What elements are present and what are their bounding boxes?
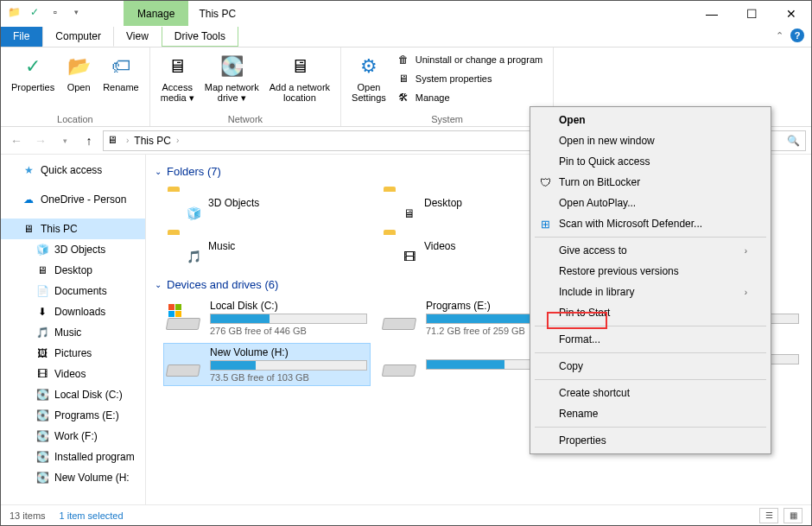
explorer-icon: 📁 [6, 4, 22, 20]
close-button[interactable]: ✕ [771, 1, 811, 27]
nav-item[interactable]: 🖥Desktop [1, 260, 145, 281]
contextual-tab-header: Manage [124, 1, 188, 26]
up-button[interactable]: ↑ [79, 130, 99, 151]
properties-button[interactable]: ✓ Properties [6, 49, 60, 96]
folder-item[interactable]: 🧊3D Objects [163, 183, 353, 223]
add-location-button[interactable]: 🖥 Add a network location [264, 49, 335, 106]
settings-icon: ⚙ [355, 53, 383, 80]
qat-properties-icon[interactable]: ✓ [27, 4, 42, 20]
folders-header-label: Folders (7) [167, 165, 221, 178]
star-icon: ★ [22, 163, 35, 177]
drive-item[interactable]: Local Disk (C:)276 GB free of 446 GB [163, 296, 371, 339]
minimize-button[interactable]: — [692, 1, 732, 27]
drive-icon [167, 304, 201, 332]
open-label: Open [67, 82, 91, 92]
nav-item-label: Music [54, 326, 81, 339]
nav-item-icon: ⬇ [35, 305, 49, 319]
breadcrumb[interactable]: This PC [134, 135, 171, 147]
computer-tab[interactable]: Computer [42, 27, 114, 47]
drive-tools-tab[interactable]: Drive Tools [162, 27, 238, 47]
cm-autoplay[interactable]: Open AutoPlay... [533, 193, 768, 213]
collapse-ribbon-icon[interactable]: ⌃ [776, 30, 783, 41]
nav-item[interactable]: 🖼Pictures [1, 343, 145, 364]
nav-onedrive[interactable]: ☁ OneDrive - Person [1, 189, 145, 210]
cm-bitlocker[interactable]: 🛡Turn on BitLocker [533, 172, 768, 193]
cm-copy[interactable]: Copy [533, 356, 768, 377]
nav-item[interactable]: 💽Local Disk (C:) [1, 384, 145, 405]
nav-item-label: 3D Objects [54, 244, 105, 256]
rename-button[interactable]: 🏷 Rename [98, 49, 144, 96]
maximize-button[interactable]: ☐ [732, 1, 771, 27]
chevron-right-icon: › [745, 246, 747, 256]
folder-item[interactable]: 🎵Music [163, 226, 353, 266]
view-tab[interactable]: View [114, 27, 162, 47]
nav-item-label: Videos [54, 368, 86, 380]
forward-button[interactable]: → [30, 130, 51, 151]
details-view-button[interactable]: ☰ [759, 508, 778, 523]
map-drive-button[interactable]: 💽 Map network drive ▾ [200, 49, 264, 107]
system-group-label: System [346, 114, 548, 126]
cm-format[interactable]: Format... [533, 329, 768, 350]
nav-item[interactable]: 🧊3D Objects [1, 239, 145, 260]
nav-item[interactable]: 💽Programs (E:) [1, 405, 145, 426]
icons-view-button[interactable]: ▦ [783, 508, 802, 523]
nav-item[interactable]: 💽Installed program [1, 447, 145, 467]
cm-pin-start[interactable]: Pin to Start [533, 302, 768, 323]
this-pc-icon: 🖥 [107, 134, 121, 148]
drive-icon [383, 304, 417, 332]
help-icon[interactable]: ? [790, 29, 804, 42]
manage-button[interactable]: 🛠 Manage [395, 89, 544, 106]
breadcrumb-expand-icon[interactable]: › [176, 136, 179, 145]
nav-item[interactable]: 💽New Volume (H: [1, 467, 145, 488]
qat-new-icon[interactable]: ▫ [48, 4, 63, 20]
nav-item-label: Desktop [54, 264, 92, 276]
nav-item-icon: 💽 [35, 388, 49, 402]
nav-item[interactable]: 📄Documents [1, 281, 145, 301]
nav-item[interactable]: 💽Work (F:) [1, 426, 145, 447]
access-media-button[interactable]: 🖥 Access media ▾ [155, 49, 200, 107]
nav-item[interactable]: 🎞Videos [1, 364, 145, 384]
status-selected-count: 1 item selected [60, 510, 124, 521]
nav-item[interactable]: ⬇Downloads [1, 301, 145, 322]
cm-open[interactable]: Open [533, 110, 768, 130]
nav-this-pc-label: This PC [41, 223, 78, 235]
cm-give-access[interactable]: Give access to› [533, 240, 768, 261]
status-item-count: 13 items [10, 510, 46, 521]
uninstall-label: Uninstall or change a program [416, 54, 542, 65]
nav-this-pc[interactable]: 🖥 This PC [1, 219, 145, 239]
file-tab[interactable]: File [1, 27, 42, 47]
cm-properties[interactable]: Properties [533, 430, 768, 451]
open-button[interactable]: 📂 Open [60, 49, 98, 96]
back-button[interactable]: ← [6, 130, 27, 151]
chevron-down-icon: ⌄ [155, 280, 162, 289]
nav-item[interactable]: 🎵Music [1, 322, 145, 343]
uninstall-button[interactable]: 🗑 Uninstall or change a program [395, 51, 544, 68]
navigation-pane[interactable]: ★ Quick access ☁ OneDrive - Person 🖥 Thi… [1, 155, 146, 504]
open-settings-button[interactable]: ⚙ Open Settings [346, 49, 391, 106]
nav-item-icon: 📄 [35, 284, 49, 298]
drive-item[interactable]: New Volume (H:)73.5 GB free of 103 GB [163, 343, 371, 386]
cm-include-library[interactable]: Include in library› [533, 282, 768, 302]
cm-defender[interactable]: ⊞Scan with Microsoft Defender... [533, 213, 768, 234]
qat-dropdown-icon[interactable]: ▾ [68, 4, 84, 20]
svg-rect-1 [175, 304, 181, 310]
nav-item-icon: 🎵 [35, 326, 49, 339]
recent-dropdown-icon[interactable]: ▾ [54, 130, 75, 151]
pc-icon: 🖥 [22, 222, 35, 236]
cm-pin-quick-access[interactable]: Pin to Quick access [533, 151, 768, 172]
folder-icon: 🧊 [167, 187, 200, 219]
folder-label: Music [208, 240, 235, 252]
drive-label: New Volume (H:) [210, 346, 367, 358]
nav-quick-access[interactable]: ★ Quick access [1, 160, 145, 181]
folder-icon: 🎞 [383, 230, 416, 263]
cm-open-new-window[interactable]: Open in new window [533, 130, 768, 151]
drive-usage-bar [210, 314, 367, 324]
cm-rename[interactable]: Rename [533, 403, 768, 424]
cm-restore-versions[interactable]: Restore previous versions [533, 261, 768, 282]
svg-rect-3 [175, 311, 181, 317]
system-properties-label: System properties [416, 73, 492, 84]
system-properties-button[interactable]: 🖥 System properties [395, 70, 544, 87]
add-location-icon: 🖥 [286, 53, 314, 80]
nav-item-icon: 🧊 [35, 243, 49, 257]
cm-create-shortcut[interactable]: Create shortcut [533, 383, 768, 403]
